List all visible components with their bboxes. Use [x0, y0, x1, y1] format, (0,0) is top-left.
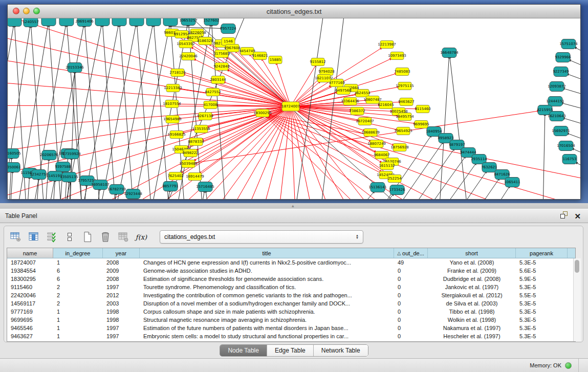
column-header-label: out_de...: [402, 250, 424, 256]
table-cell: 2012: [103, 292, 140, 298]
table-row[interactable]: 977716911998Corpus callosum shape and si…: [7, 308, 575, 316]
graph-node[interactable]: [59, 18, 74, 26]
delete-table-icon[interactable]: [117, 230, 130, 244]
resize-grip-icon[interactable]: ▴: [292, 203, 294, 208]
table-row[interactable]: 946554611997Estimation of the future num…: [7, 324, 575, 332]
graph-node[interactable]: [8, 18, 21, 27]
node-table-header-row: namein_degreeyeartitle△out_de...shortpag…: [7, 248, 575, 258]
sort-ascending-icon: △: [397, 251, 401, 256]
scrollbar-thumb[interactable]: [575, 260, 579, 273]
table-row[interactable]: 1872400712008Changes of HCN gene express…: [7, 258, 575, 267]
column-header-short[interactable]: short: [428, 248, 516, 258]
graph-node[interactable]: [129, 18, 144, 26]
network-canvas[interactable]: 1872400718300295986012389129541822605898…: [8, 18, 580, 199]
graph-node-label: 9397588: [55, 165, 71, 169]
table-cell: 5.6E-5: [516, 268, 568, 274]
table-cell: 9699695: [7, 317, 53, 323]
graph-node-label: 9242848: [213, 64, 229, 69]
table-cell: Nakamura et al. (1997): [428, 325, 516, 331]
graph-node-label: 8186328: [197, 39, 213, 43]
graph-node-label: 9463627: [398, 100, 414, 104]
minimize-window-button[interactable]: [23, 8, 30, 14]
graph-node-label: 6497568: [335, 89, 351, 93]
delete-column-icon[interactable]: [99, 230, 112, 244]
graph-node[interactable]: [95, 18, 110, 26]
column-header-out_de[interactable]: △out_de...: [394, 248, 428, 258]
close-panel-icon[interactable]: ✕: [574, 212, 581, 220]
zoom-window-button[interactable]: [33, 8, 40, 14]
column-header-label: year: [116, 250, 126, 256]
table-cell: 5.3E-5: [516, 309, 568, 315]
column-header-in_degree[interactable]: in_degree: [53, 248, 103, 258]
graph-node[interactable]: [112, 18, 126, 26]
table-cell: 0: [394, 284, 428, 290]
graph-node-label: 12093872: [548, 84, 566, 89]
table-cell: 0: [394, 268, 428, 274]
column-header-title[interactable]: title: [140, 248, 394, 258]
graph-node[interactable]: [163, 18, 178, 26]
graph-node-label: 18107554: [163, 102, 181, 106]
table-cell: 0: [394, 309, 428, 315]
table-row[interactable]: 1830029562008Estimation of significance …: [7, 275, 575, 283]
table-mode-icon[interactable]: [9, 230, 23, 244]
tab-network-table[interactable]: Network Table: [314, 345, 368, 356]
graph-node-label: 15136141: [368, 185, 387, 189]
float-panel-icon[interactable]: [560, 211, 568, 221]
graph-node-label: 18724007: [281, 104, 300, 108]
table-row[interactable]: 1456911722003Disruption of a novel membe…: [7, 299, 575, 308]
graph-node-label: 10973493: [388, 54, 406, 58]
row-select-icon[interactable]: [45, 230, 58, 244]
table-selector-combobox[interactable]: citations_edges.txt ▲ ▼: [160, 230, 363, 244]
table-cell: 0: [394, 333, 428, 339]
new-column-icon[interactable]: [81, 230, 94, 244]
graph-node-label: 9794028: [318, 70, 334, 74]
graph-node-label: 6879197: [449, 143, 465, 147]
graph-node-label: 12923448: [124, 192, 142, 196]
table-cell: 6: [53, 276, 103, 282]
column-header-year[interactable]: year: [103, 248, 140, 258]
graph-node-label: 7386372: [349, 109, 365, 113]
citation-network-graph[interactable]: 1872400718300295986012389129541822605898…: [8, 18, 580, 199]
graph-node-label: 1065411: [504, 180, 520, 184]
network-window-titlebar[interactable]: citations_edges.txt: [8, 5, 580, 18]
table-row[interactable]: 911546021997Tourette syndrome. Phenomeno…: [7, 283, 575, 291]
close-window-button[interactable]: [13, 8, 19, 14]
graph-node-label: 9155812: [310, 60, 325, 64]
table-cell: Wolkin et al. (1998): [428, 317, 516, 323]
graph-node-label: 23364436: [341, 99, 359, 103]
column-header-name[interactable]: name: [7, 248, 53, 258]
graph-node-label: 10688639: [361, 130, 380, 135]
graph-node[interactable]: [41, 18, 56, 26]
graph-node-label: 116753: [563, 157, 577, 161]
table-cell: 1997: [103, 325, 140, 331]
column-header-pagerank[interactable]: pagerank: [516, 248, 568, 258]
graph-node-label: 1240557: [23, 20, 38, 24]
table-cell: 1: [53, 325, 103, 331]
table-row[interactable]: 1938455462009Genome-wide association stu…: [7, 267, 575, 275]
graph-node-label: 8471626: [494, 172, 510, 177]
table-cell: Embryonic stem cells: a model to study s…: [140, 333, 394, 339]
graph-node-label: 15692971: [552, 129, 570, 133]
status-bar: Memory: OK: [0, 358, 588, 372]
show-columns-icon[interactable]: [27, 230, 40, 244]
table-vertical-scrollbar[interactable]: [573, 258, 581, 341]
table-cell: 5.3E-5: [516, 333, 568, 339]
rows-icon[interactable]: [63, 230, 76, 244]
graph-node-label: 9267130: [197, 114, 213, 118]
table-row[interactable]: 946362711997Embryonic stem cells: a mode…: [7, 332, 575, 340]
graph-node[interactable]: [146, 18, 161, 26]
graph-node-label: 25160505: [8, 151, 21, 156]
function-builder-icon[interactable]: ƒ(x): [135, 230, 148, 244]
tab-node-table[interactable]: Node Table: [220, 345, 267, 356]
tab-edge-table[interactable]: Edge Table: [267, 345, 314, 356]
table-cell: Yano et al. (2008): [428, 259, 516, 266]
graph-node-label: 7625402: [167, 174, 183, 178]
graph-node-label: 2803144: [210, 78, 226, 82]
table-row[interactable]: 969969511998Structural magnetic resonanc…: [7, 316, 575, 324]
table-cell: 1: [53, 333, 103, 339]
window-title: citations_edges.txt: [267, 8, 322, 15]
panel-resize-divider[interactable]: ▴: [0, 203, 588, 209]
table-cell: Changes of HCN gene expression and I(f) …: [140, 259, 394, 266]
graph-node-label: 6216045: [378, 103, 394, 107]
table-row[interactable]: 2242004622012Investigating the contribut…: [7, 291, 575, 299]
